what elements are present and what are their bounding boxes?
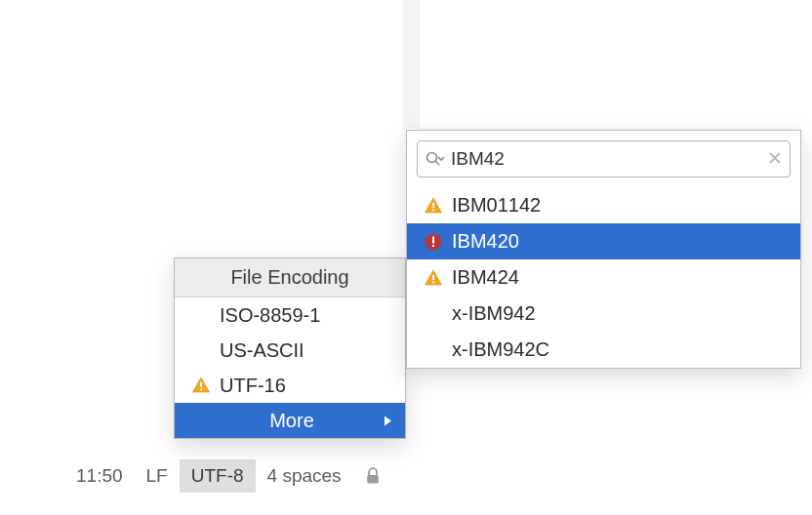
editor-scrollbar[interactable] — [403, 0, 420, 129]
encoding-option-label: ISO-8859-1 — [220, 304, 320, 327]
error-icon — [421, 232, 446, 252]
search-result-label: IBM420 — [452, 230, 519, 253]
search-result-item[interactable]: x-IBM942 — [407, 296, 800, 332]
svg-rect-7 — [432, 203, 434, 208]
status-time[interactable]: 11:50 — [64, 459, 135, 493]
warning-icon — [188, 376, 214, 395]
encoding-option-label: UTF-16 — [220, 375, 286, 397]
search-box — [417, 140, 791, 178]
warning-icon — [421, 268, 446, 288]
search-result-label: IBM01142 — [452, 194, 541, 217]
file-encoding-more[interactable]: More — [175, 403, 405, 438]
file-encoding-popup: File Encoding ISO-8859-1US-ASCIIUTF-16 M… — [174, 258, 406, 439]
file-encoding-option[interactable]: US-ASCII — [175, 333, 405, 368]
status-line-ending[interactable]: LF — [135, 459, 180, 493]
search-input[interactable] — [445, 148, 768, 170]
svg-rect-0 — [367, 475, 379, 484]
status-bar: 11:50 LF UTF-8 4 spaces — [10, 456, 392, 495]
file-encoding-option[interactable]: ISO-8859-1 — [175, 297, 405, 333]
file-encoding-option[interactable]: UTF-16 — [175, 368, 405, 403]
svg-rect-1 — [200, 382, 202, 387]
lock-icon[interactable] — [353, 461, 392, 491]
search-result-label: IBM424 — [452, 266, 519, 289]
status-encoding[interactable]: UTF-8 — [180, 459, 256, 493]
search-result-item[interactable]: IBM01142 — [407, 187, 800, 223]
encoding-search-popup: IBM01142IBM420IBM424x-IBM942x-IBM942C — [406, 130, 801, 369]
svg-rect-13 — [432, 281, 434, 283]
status-indent[interactable]: 4 spaces — [256, 459, 353, 493]
search-icon[interactable] — [426, 151, 445, 167]
svg-rect-10 — [432, 236, 434, 243]
svg-line-4 — [435, 161, 439, 165]
clear-icon[interactable] — [768, 149, 782, 170]
svg-rect-2 — [200, 388, 202, 390]
search-result-item[interactable]: IBM420 — [407, 223, 800, 259]
search-result-label: x-IBM942 — [452, 302, 536, 325]
warning-icon — [421, 196, 446, 216]
svg-rect-11 — [432, 245, 434, 247]
svg-rect-12 — [432, 275, 434, 280]
search-result-item[interactable]: x-IBM942C — [407, 332, 800, 368]
more-label: More — [269, 410, 314, 432]
search-result-item[interactable]: IBM424 — [407, 259, 800, 296]
svg-rect-8 — [432, 209, 434, 211]
chevron-right-icon — [384, 410, 393, 432]
encoding-option-label: US-ASCII — [220, 339, 304, 362]
search-result-label: x-IBM942C — [452, 338, 549, 361]
file-encoding-title: File Encoding — [175, 258, 405, 297]
